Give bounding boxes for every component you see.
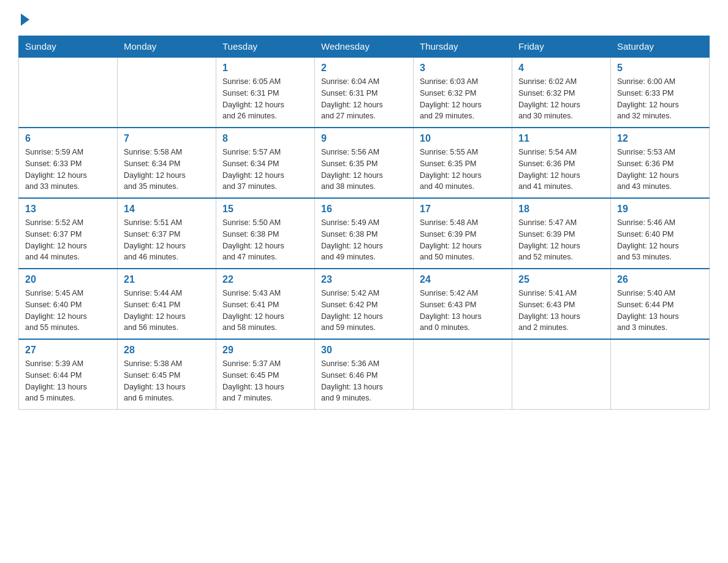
day-info: Sunrise: 6:05 AM Sunset: 6:31 PM Dayligh… — [222, 76, 308, 122]
calendar-header-sunday: Sunday — [19, 36, 118, 58]
day-info: Sunrise: 5:55 AM Sunset: 6:35 PM Dayligh… — [420, 147, 506, 193]
calendar-cell-5-4: 30Sunrise: 5:36 AM Sunset: 6:46 PM Dayli… — [315, 339, 414, 410]
page-header — [18, 12, 710, 29]
day-number: 1 — [222, 63, 308, 74]
day-info: Sunrise: 6:02 AM Sunset: 6:32 PM Dayligh… — [518, 76, 604, 122]
day-number: 22 — [222, 274, 308, 285]
calendar-cell-2-2: 7Sunrise: 5:58 AM Sunset: 6:34 PM Daylig… — [118, 128, 216, 198]
calendar-header-thursday: Thursday — [414, 36, 512, 58]
day-number: 5 — [617, 63, 703, 74]
day-number: 27 — [25, 345, 111, 356]
calendar-header-saturday: Saturday — [611, 36, 710, 58]
calendar-cell-1-2 — [118, 57, 216, 128]
day-info: Sunrise: 5:45 AM Sunset: 6:40 PM Dayligh… — [25, 288, 111, 334]
day-info: Sunrise: 5:41 AM Sunset: 6:43 PM Dayligh… — [518, 288, 604, 334]
day-info: Sunrise: 5:42 AM Sunset: 6:43 PM Dayligh… — [420, 288, 506, 334]
day-number: 17 — [420, 204, 506, 215]
day-info: Sunrise: 5:42 AM Sunset: 6:42 PM Dayligh… — [321, 288, 407, 334]
day-info: Sunrise: 6:04 AM Sunset: 6:31 PM Dayligh… — [321, 76, 407, 122]
calendar-cell-5-7 — [611, 339, 710, 410]
week-row-1: 1Sunrise: 6:05 AM Sunset: 6:31 PM Daylig… — [19, 57, 710, 128]
day-number: 11 — [518, 133, 604, 144]
calendar-header-friday: Friday — [512, 36, 611, 58]
day-number: 16 — [321, 204, 407, 215]
day-info: Sunrise: 5:49 AM Sunset: 6:38 PM Dayligh… — [321, 217, 407, 263]
calendar-cell-2-5: 10Sunrise: 5:55 AM Sunset: 6:35 PM Dayli… — [414, 128, 512, 198]
day-info: Sunrise: 5:48 AM Sunset: 6:39 PM Dayligh… — [420, 217, 506, 263]
calendar-cell-5-2: 28Sunrise: 5:38 AM Sunset: 6:45 PM Dayli… — [118, 339, 216, 410]
calendar-cell-3-2: 14Sunrise: 5:51 AM Sunset: 6:37 PM Dayli… — [118, 198, 216, 269]
calendar-cell-2-7: 12Sunrise: 5:53 AM Sunset: 6:36 PM Dayli… — [611, 128, 710, 198]
day-info: Sunrise: 5:53 AM Sunset: 6:36 PM Dayligh… — [617, 147, 703, 193]
day-info: Sunrise: 6:03 AM Sunset: 6:32 PM Dayligh… — [420, 76, 506, 122]
day-info: Sunrise: 5:56 AM Sunset: 6:35 PM Dayligh… — [321, 147, 407, 193]
calendar-cell-1-7: 5Sunrise: 6:00 AM Sunset: 6:33 PM Daylig… — [611, 57, 710, 128]
day-number: 15 — [222, 204, 308, 215]
day-number: 21 — [124, 274, 210, 285]
calendar-table: SundayMondayTuesdayWednesdayThursdayFrid… — [18, 36, 710, 410]
day-info: Sunrise: 5:51 AM Sunset: 6:37 PM Dayligh… — [124, 217, 210, 263]
week-row-2: 6Sunrise: 5:59 AM Sunset: 6:33 PM Daylig… — [19, 128, 710, 198]
calendar-cell-4-3: 22Sunrise: 5:43 AM Sunset: 6:41 PM Dayli… — [216, 269, 315, 339]
calendar-cell-1-5: 3Sunrise: 6:03 AM Sunset: 6:32 PM Daylig… — [414, 57, 512, 128]
day-number: 14 — [124, 204, 210, 215]
day-info: Sunrise: 5:43 AM Sunset: 6:41 PM Dayligh… — [222, 288, 308, 334]
day-number: 24 — [420, 274, 506, 285]
day-number: 23 — [321, 274, 407, 285]
day-number: 18 — [518, 204, 604, 215]
day-info: Sunrise: 5:57 AM Sunset: 6:34 PM Dayligh… — [222, 147, 308, 193]
day-number: 3 — [420, 63, 506, 74]
day-number: 8 — [222, 133, 308, 144]
day-info: Sunrise: 5:40 AM Sunset: 6:44 PM Dayligh… — [617, 288, 703, 334]
logo-arrow-icon — [21, 13, 29, 26]
day-number: 7 — [124, 133, 210, 144]
day-number: 10 — [420, 133, 506, 144]
calendar-cell-3-4: 16Sunrise: 5:49 AM Sunset: 6:38 PM Dayli… — [315, 198, 414, 269]
week-row-3: 13Sunrise: 5:52 AM Sunset: 6:37 PM Dayli… — [19, 198, 710, 269]
day-number: 20 — [25, 274, 111, 285]
calendar-cell-4-5: 24Sunrise: 5:42 AM Sunset: 6:43 PM Dayli… — [414, 269, 512, 339]
week-row-4: 20Sunrise: 5:45 AM Sunset: 6:40 PM Dayli… — [19, 269, 710, 339]
calendar-header-wednesday: Wednesday — [315, 36, 414, 58]
calendar-cell-5-3: 29Sunrise: 5:37 AM Sunset: 6:45 PM Dayli… — [216, 339, 315, 410]
day-number: 19 — [617, 204, 703, 215]
day-info: Sunrise: 5:39 AM Sunset: 6:44 PM Dayligh… — [25, 358, 111, 404]
calendar-header-row: SundayMondayTuesdayWednesdayThursdayFrid… — [19, 36, 710, 58]
day-info: Sunrise: 5:37 AM Sunset: 6:45 PM Dayligh… — [222, 358, 308, 404]
day-info: Sunrise: 5:47 AM Sunset: 6:39 PM Dayligh… — [518, 217, 604, 263]
calendar-cell-4-1: 20Sunrise: 5:45 AM Sunset: 6:40 PM Dayli… — [19, 269, 118, 339]
week-row-5: 27Sunrise: 5:39 AM Sunset: 6:44 PM Dayli… — [19, 339, 710, 410]
day-number: 30 — [321, 345, 407, 356]
day-number: 2 — [321, 63, 407, 74]
day-info: Sunrise: 5:46 AM Sunset: 6:40 PM Dayligh… — [617, 217, 703, 263]
day-info: Sunrise: 5:44 AM Sunset: 6:41 PM Dayligh… — [124, 288, 210, 334]
logo — [18, 12, 29, 29]
day-number: 28 — [124, 345, 210, 356]
calendar-cell-2-6: 11Sunrise: 5:54 AM Sunset: 6:36 PM Dayli… — [512, 128, 611, 198]
day-info: Sunrise: 6:00 AM Sunset: 6:33 PM Dayligh… — [617, 76, 703, 122]
calendar-cell-3-6: 18Sunrise: 5:47 AM Sunset: 6:39 PM Dayli… — [512, 198, 611, 269]
day-number: 25 — [518, 274, 604, 285]
calendar-cell-1-1 — [19, 57, 118, 128]
calendar-cell-2-4: 9Sunrise: 5:56 AM Sunset: 6:35 PM Daylig… — [315, 128, 414, 198]
calendar-cell-3-1: 13Sunrise: 5:52 AM Sunset: 6:37 PM Dayli… — [19, 198, 118, 269]
calendar-cell-5-6 — [512, 339, 611, 410]
day-number: 13 — [25, 204, 111, 215]
calendar-cell-3-3: 15Sunrise: 5:50 AM Sunset: 6:38 PM Dayli… — [216, 198, 315, 269]
day-number: 26 — [617, 274, 703, 285]
day-info: Sunrise: 5:36 AM Sunset: 6:46 PM Dayligh… — [321, 358, 407, 404]
calendar-cell-1-6: 4Sunrise: 6:02 AM Sunset: 6:32 PM Daylig… — [512, 57, 611, 128]
day-info: Sunrise: 5:38 AM Sunset: 6:45 PM Dayligh… — [124, 358, 210, 404]
day-number: 29 — [222, 345, 308, 356]
day-info: Sunrise: 5:52 AM Sunset: 6:37 PM Dayligh… — [25, 217, 111, 263]
day-number: 6 — [25, 133, 111, 144]
calendar-cell-4-2: 21Sunrise: 5:44 AM Sunset: 6:41 PM Dayli… — [118, 269, 216, 339]
day-info: Sunrise: 5:50 AM Sunset: 6:38 PM Dayligh… — [222, 217, 308, 263]
day-info: Sunrise: 5:59 AM Sunset: 6:33 PM Dayligh… — [25, 147, 111, 193]
day-number: 4 — [518, 63, 604, 74]
calendar-cell-3-5: 17Sunrise: 5:48 AM Sunset: 6:39 PM Dayli… — [414, 198, 512, 269]
calendar-cell-2-3: 8Sunrise: 5:57 AM Sunset: 6:34 PM Daylig… — [216, 128, 315, 198]
day-number: 9 — [321, 133, 407, 144]
calendar-cell-2-1: 6Sunrise: 5:59 AM Sunset: 6:33 PM Daylig… — [19, 128, 118, 198]
calendar-cell-1-3: 1Sunrise: 6:05 AM Sunset: 6:31 PM Daylig… — [216, 57, 315, 128]
